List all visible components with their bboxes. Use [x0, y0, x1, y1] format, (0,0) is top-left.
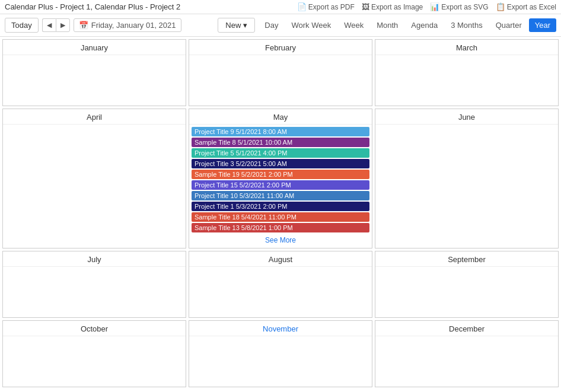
month-body-april	[3, 125, 186, 175]
calendar-event[interactable]: Sample Title 13 5/8/2021 1:00 PM	[192, 223, 369, 232]
view-year-button[interactable]: Year	[529, 18, 556, 32]
month-body-november	[189, 336, 372, 387]
calendar-event[interactable]: Project Title 3 5/2/2021 5:00 AM	[192, 159, 369, 168]
month-cell-august: August	[189, 251, 372, 318]
month-header-december[interactable]: December	[375, 321, 558, 336]
month-body-august	[189, 267, 372, 317]
calendar-event[interactable]: Sample Title 18 5/4/2021 11:00 PM	[192, 212, 369, 222]
new-label: New	[225, 21, 241, 30]
month-body-may: Project Title 9 5/1/2021 8:00 AMSample T…	[189, 125, 372, 248]
calendar-event[interactable]: Project Title 15 5/2/2021 2:00 PM	[192, 180, 369, 190]
month-cell-february: February	[189, 39, 372, 106]
calendar-event[interactable]: Project Title 5 5/1/2021 4:00 PM	[192, 148, 369, 158]
month-header-march[interactable]: March	[375, 40, 558, 55]
month-cell-june: June	[375, 109, 559, 248]
view-3months-button[interactable]: 3 Months	[445, 18, 488, 32]
month-cell-april: April	[2, 109, 186, 248]
export-pdf-link[interactable]: 📄 Export as PDF	[297, 2, 355, 11]
month-cell-october: October	[2, 320, 186, 387]
month-header-november[interactable]: November	[189, 321, 372, 336]
month-header-april[interactable]: April	[3, 109, 186, 125]
month-body-february	[189, 55, 372, 106]
next-button[interactable]: ▶	[56, 18, 70, 32]
new-button[interactable]: New ▾	[218, 18, 255, 33]
view-workweek-button[interactable]: Work Week	[285, 18, 337, 32]
current-date: Friday, January 01, 2021	[91, 21, 176, 30]
month-cell-january: January	[2, 39, 186, 106]
view-month-button[interactable]: Month	[371, 18, 404, 32]
export-svg-link[interactable]: 📊 Export as SVG	[430, 2, 488, 11]
today-button[interactable]: Today	[5, 18, 39, 33]
prev-button[interactable]: ◀	[42, 18, 56, 32]
export-svg-label: Export as SVG	[441, 3, 488, 11]
export-links: 📄 Export as PDF 🖼 Export as Image 📊 Expo…	[297, 2, 556, 11]
month-cell-november: November	[189, 320, 372, 387]
app-title: Calendar Plus - Project 1, Calendar Plus…	[5, 2, 180, 11]
month-header-january[interactable]: January	[3, 40, 186, 55]
month-header-october[interactable]: October	[3, 321, 186, 336]
month-body-january	[3, 55, 186, 106]
month-body-december	[375, 336, 558, 387]
calendar-event[interactable]: Project Title 10 5/3/2021 11:00 AM	[192, 191, 369, 200]
export-image-link[interactable]: 🖼 Export as Image	[362, 2, 423, 11]
calendar-event[interactable]: Project Title 9 5/1/2021 8:00 AM	[192, 127, 369, 136]
calendar-grid: JanuaryFebruaryMarchAprilMayProject Titl…	[2, 39, 559, 387]
month-header-september[interactable]: September	[375, 251, 558, 267]
month-cell-may: MayProject Title 9 5/1/2021 8:00 AMSampl…	[189, 109, 372, 248]
view-day-button[interactable]: Day	[259, 18, 284, 32]
month-body-october	[3, 336, 186, 387]
calendar-event[interactable]: Project Title 1 5/3/2021 2:00 PM	[192, 202, 369, 211]
top-bar: Calendar Plus - Project 1, Calendar Plus…	[0, 0, 561, 14]
view-week-button[interactable]: Week	[338, 18, 369, 32]
see-more-link[interactable]: See More	[192, 234, 369, 246]
month-body-july	[3, 267, 186, 317]
month-cell-september: September	[375, 251, 559, 318]
view-agenda-button[interactable]: Agenda	[405, 18, 444, 32]
image-icon: 🖼	[362, 2, 369, 11]
month-header-june[interactable]: June	[375, 109, 558, 125]
export-excel-link[interactable]: 📋 Export as Excel	[496, 2, 556, 11]
month-cell-december: December	[375, 320, 559, 387]
month-body-june	[375, 125, 558, 175]
date-display: 📅 Friday, January 01, 2021	[74, 18, 181, 32]
svg-icon: 📊	[430, 2, 439, 11]
view-quarter-button[interactable]: Quarter	[490, 18, 528, 32]
month-body-march	[375, 55, 558, 106]
month-body-september	[375, 267, 558, 317]
excel-icon: 📋	[496, 2, 505, 11]
calendar-event[interactable]: Sample Title 8 5/1/2021 10:00 AM	[192, 138, 369, 147]
month-header-august[interactable]: August	[189, 251, 372, 267]
new-arrow-icon: ▾	[243, 21, 247, 30]
export-image-label: Export as Image	[371, 3, 423, 11]
month-header-may[interactable]: May	[189, 109, 372, 125]
calendar-event[interactable]: Sample Title 19 5/2/2021 2:00 PM	[192, 170, 369, 179]
export-excel-label: Export as Excel	[507, 3, 556, 11]
view-buttons: Day Work Week Week Month Agenda 3 Months…	[259, 18, 556, 32]
calendar-container: JanuaryFebruaryMarchAprilMayProject Titl…	[0, 37, 561, 390]
nav-group: ◀ ▶	[42, 18, 70, 32]
toolbar: Today ◀ ▶ 📅 Friday, January 01, 2021 New…	[0, 14, 561, 37]
month-header-july[interactable]: July	[3, 251, 186, 267]
month-header-february[interactable]: February	[189, 40, 372, 55]
export-pdf-label: Export as PDF	[308, 3, 355, 11]
month-cell-july: July	[2, 251, 186, 318]
pdf-icon: 📄	[297, 2, 307, 11]
calendar-icon: 📅	[79, 21, 88, 30]
month-cell-march: March	[375, 39, 559, 106]
